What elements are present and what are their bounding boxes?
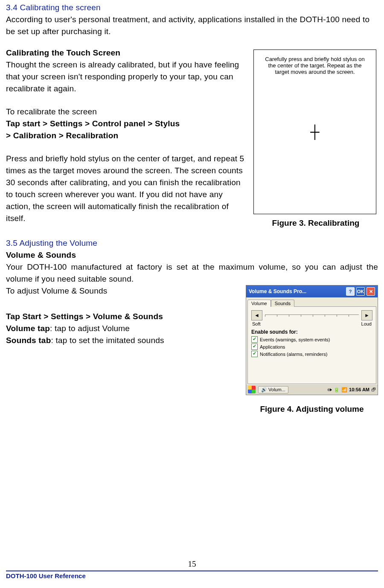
checkbox-notifications-label: Notifications (alarms, reminders)	[260, 352, 327, 357]
tray-icon-3[interactable]: 📶	[341, 387, 347, 393]
taskbar-task-label: Volum...	[268, 387, 285, 392]
volume-path: Tap Start > Settings > Volume & Sounds	[6, 311, 238, 323]
volume-tap-label: Volume tap	[6, 324, 50, 333]
tray-icon-2[interactable]: 🔋	[334, 387, 340, 393]
volume-up-button[interactable]: ►	[361, 310, 372, 320]
recalibrate-label: To recalibrate the screen	[6, 106, 246, 118]
footer-rule	[6, 571, 378, 571]
volume-tap-rest: : tap to adjust Volume	[50, 324, 130, 333]
figure-3-line-3: target moves around the screen.	[258, 69, 372, 75]
figure-3-recalibrating: Carefully press and briefly hold stylus …	[253, 49, 376, 214]
checkbox-events-label: Events (warnings, system events)	[260, 337, 330, 342]
figure-3-line-1: Carefully press and briefly hold stylus …	[258, 56, 372, 62]
window-title: Volume & Sounds Pro...	[249, 288, 344, 294]
label-soft: Soft	[252, 321, 261, 326]
calibrating-subheading: Calibrating the Touch Screen	[6, 47, 246, 59]
figure-4-caption: Figure 4. Adjusting volume	[246, 405, 378, 414]
taskbar-task[interactable]: 🔊 Volum...	[258, 386, 288, 393]
volume-slider[interactable]	[265, 314, 359, 317]
ok-button[interactable]: OK	[356, 287, 365, 296]
figure-3-caption: Figure 3. Recalibrating	[253, 218, 378, 228]
tray: 🕪 🔋 📶 10:56 AM 🗗	[327, 387, 376, 393]
checkbox-applications[interactable]: ✔	[251, 343, 258, 350]
section-3-4-intro: According to user's personal treatment, …	[6, 14, 378, 38]
start-icon[interactable]	[248, 386, 256, 393]
sounds-tab-label: Sounds tab	[6, 336, 51, 345]
tab-sounds[interactable]: Sounds	[271, 300, 294, 307]
calibrating-path-2: > Calibration > Recalibration	[6, 130, 246, 142]
document-reference: DOTH-100 User Reference	[6, 572, 378, 579]
calibration-target-icon: ┼	[310, 125, 319, 138]
figure-3-line-2: the center of the target. Repeat as the	[258, 62, 372, 69]
tray-time: 10:56 AM	[349, 387, 369, 392]
sounds-tab-line: Sounds tab: tap to set the imitated soun…	[6, 335, 238, 346]
checkbox-notifications[interactable]: ✔	[251, 351, 258, 357]
tab-volume[interactable]: Volume	[247, 300, 271, 307]
volume-sounds-window: Volume & Sounds Pro... ? OK ✕ Volume Sou…	[246, 285, 378, 395]
help-button[interactable]: ?	[346, 287, 355, 296]
volume-tap-line: Volume tap: tap to adjust Volume	[6, 323, 238, 335]
volume-sounds-subheading: Volume & Sounds	[6, 249, 378, 261]
volume-p1: Your DOTH-100 manufactured at factory is…	[6, 261, 378, 285]
section-3-4-title: 3.4 Calibrating the screen	[6, 2, 378, 14]
page-number: 15	[6, 559, 378, 569]
section-3-5-title: 3.5 Adjusting the Volume	[6, 237, 378, 249]
window-titlebar: Volume & Sounds Pro... ? OK ✕	[246, 285, 378, 297]
page-footer: 15 DOTH-100 User Reference	[6, 559, 378, 579]
calibrating-p1: Thought the screen is already calibrated…	[6, 59, 246, 95]
calibrating-p3: Press and briefly hold stylus on the cen…	[6, 153, 246, 224]
volume-p2: To adjust Volume & Sounds	[6, 285, 238, 297]
enable-sounds-label: Enable sounds for:	[251, 329, 372, 335]
sounds-tab-rest: : tap to set the imitated sounds	[51, 336, 164, 345]
checkbox-events[interactable]: ✔	[251, 336, 258, 343]
label-loud: Loud	[361, 321, 372, 326]
tray-desktop-icon[interactable]: 🗗	[371, 387, 376, 392]
close-button[interactable]: ✕	[367, 287, 375, 296]
tray-icon-1[interactable]: 🕪	[327, 387, 332, 392]
volume-panel: ◄ ► Soft Loud Enable sounds for: ✔Events…	[247, 306, 376, 384]
calibrating-path-1: Tap start > Settings > Control panel > S…	[6, 118, 246, 130]
taskbar: 🔊 Volum... 🕪 🔋 📶 10:56 AM 🗗	[246, 384, 378, 395]
volume-down-button[interactable]: ◄	[251, 310, 262, 320]
checkbox-applications-label: Applications	[260, 344, 285, 349]
